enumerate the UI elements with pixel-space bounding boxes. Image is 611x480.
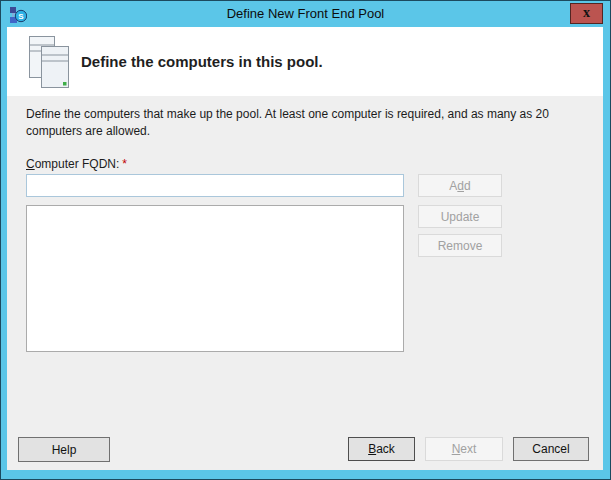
- page-title: Define the computers in this pool.: [81, 53, 323, 70]
- next-button[interactable]: Next: [425, 437, 503, 461]
- topology-skype-icon: S: [9, 5, 27, 24]
- add-button[interactable]: Add: [418, 174, 502, 197]
- computer-fqdn-input[interactable]: [26, 174, 404, 197]
- computer-list[interactable]: [26, 205, 404, 352]
- back-button[interactable]: Back: [348, 437, 415, 461]
- help-button[interactable]: Help: [18, 437, 110, 462]
- dialog-content: Define the computers in this pool. Defin…: [7, 27, 603, 470]
- header-banner: Define the computers in this pool.: [7, 27, 603, 96]
- dialog-window: S Define New Front End Pool x Define the: [0, 0, 611, 480]
- computer-fqdn-label: Computer FQDN:*: [26, 157, 127, 171]
- update-button[interactable]: Update: [418, 205, 502, 228]
- remove-button[interactable]: Remove: [418, 234, 502, 257]
- titlebar: S Define New Front End Pool x: [1, 1, 610, 27]
- window-title: Define New Front End Pool: [41, 6, 570, 21]
- close-button[interactable]: x: [570, 3, 603, 24]
- computers-stack-icon: [28, 35, 70, 89]
- svg-text:S: S: [18, 12, 24, 21]
- instruction-text: Define the computers that make up the po…: [26, 106, 549, 140]
- instruction-line-2: computers are allowed.: [26, 123, 549, 140]
- close-icon: x: [583, 6, 590, 20]
- cancel-button[interactable]: Cancel: [513, 437, 589, 461]
- required-asterisk: *: [122, 157, 127, 171]
- instruction-line-1: Define the computers that make up the po…: [26, 106, 549, 123]
